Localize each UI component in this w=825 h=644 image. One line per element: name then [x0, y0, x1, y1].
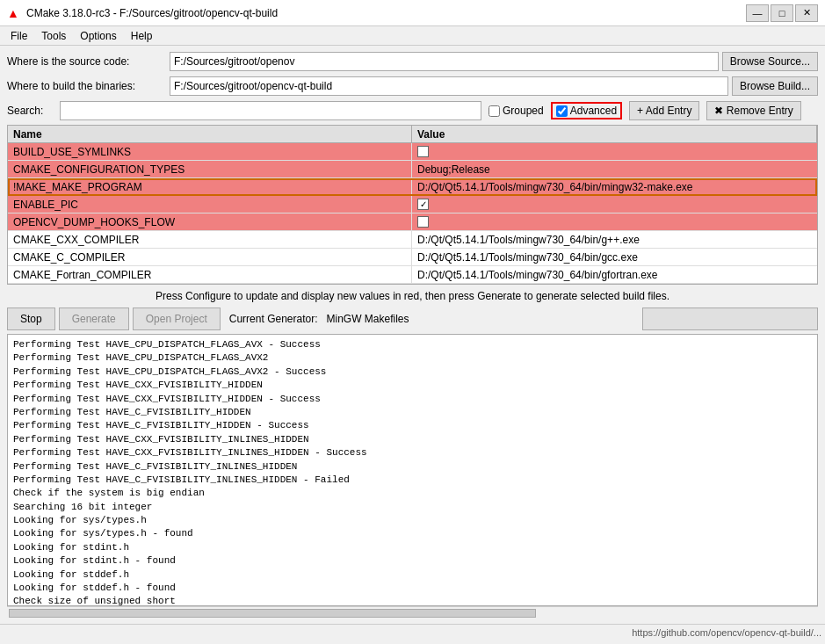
cmake-table: Name Value BUILD_USE_SYMLINKS CMAKE_CONF… — [7, 125, 818, 285]
advanced-checkbox[interactable] — [556, 105, 568, 117]
remove-entry-button[interactable]: ✖ Remove Entry — [706, 101, 800, 120]
log-line: Performing Test HAVE_C_FVISIBILITY_HIDDE… — [13, 419, 812, 432]
log-line: Performing Test HAVE_CXX_FVISIBILITY_INL… — [13, 446, 812, 459]
menu-tools[interactable]: Tools — [34, 28, 73, 44]
build-input[interactable] — [170, 76, 728, 96]
cell-name-6: CMAKE_C_COMPILER — [8, 249, 412, 265]
table-row[interactable]: BUILD_USE_SYMLINKS — [8, 143, 817, 161]
cell-value-7: D:/Qt/Qt5.14.1/Tools/mingw730_64/bin/gfo… — [412, 266, 817, 283]
status-message: Press Configure to update and display ne… — [7, 288, 818, 304]
log-line: Performing Test HAVE_CXX_FVISIBILITY_HID… — [13, 379, 812, 392]
log-line: Check size of unsigned short — [13, 595, 812, 606]
advanced-label: Advanced — [570, 105, 617, 117]
log-line: Performing Test HAVE_CXX_FVISIBILITY_HID… — [13, 393, 812, 406]
log-line: Searching 16 bit integer — [13, 501, 812, 514]
log-line: Looking for stdint.h - found — [13, 554, 812, 568]
button-row: Stop Generate Open Project Current Gener… — [7, 308, 818, 330]
log-line: Looking for sys/types.h — [13, 514, 812, 527]
col-value-header: Value — [412, 126, 817, 142]
search-row: Search: Grouped Advanced + Add Entry ✖ R… — [7, 100, 818, 121]
log-line: Performing Test HAVE_CPU_DISPATCH_FLAGS_… — [13, 351, 812, 365]
cell-value-0 — [412, 143, 817, 160]
cell-value-5: D:/Qt/Qt5.14.1/Tools/mingw730_64/bin/g++… — [412, 231, 817, 248]
log-line: Performing Test HAVE_CPU_DISPATCH_FLAGS_… — [13, 365, 812, 379]
status-bar: https://github.com/opencv/opencv-qt-buil… — [0, 624, 825, 640]
grouped-checkbox-label[interactable]: Grouped — [488, 105, 544, 117]
cell-name-7: CMAKE_Fortran_COMPILER — [8, 266, 412, 283]
table-row[interactable]: ENABLE_PIC ✓ — [8, 196, 817, 213]
table-row[interactable]: CMAKE_CXX_COMPILER D:/Qt/Qt5.14.1/Tools/… — [8, 231, 817, 249]
table-row[interactable]: !MAKE_MAKE_PROGRAM D:/Qt/Qt5.14.1/Tools/… — [8, 178, 817, 196]
col-name-header: Name — [8, 126, 412, 142]
add-entry-button[interactable]: + Add Entry — [629, 101, 699, 120]
title-bar: ▲ CMake 3.18.0-rc3 - F:/Sources/gitroot/… — [0, 0, 825, 26]
menu-options[interactable]: Options — [73, 28, 123, 44]
minimize-button[interactable]: — — [746, 4, 769, 22]
build-row: Where to build the binaries: Browse Buil… — [7, 76, 818, 97]
advanced-box: Advanced — [551, 102, 622, 119]
search-input[interactable] — [60, 101, 481, 120]
table-header: Name Value — [8, 126, 817, 143]
cell-name-2: !MAKE_MAKE_PROGRAM — [8, 178, 412, 195]
status-bar-text: https://github.com/opencv/opencv-qt-buil… — [4, 627, 821, 638]
log-line: Looking for sys/types.h - found — [13, 527, 812, 540]
checkbox-display-0 — [417, 146, 429, 157]
log-line: Performing Test HAVE_C_FVISIBILITY_INLIN… — [13, 460, 812, 474]
stop-button[interactable]: Stop — [7, 308, 55, 330]
cell-value-3: ✓ — [412, 196, 817, 213]
cell-value-6: D:/Qt/Qt5.14.1/Tools/mingw730_64/bin/gcc… — [412, 249, 817, 265]
main-content: Where is the source code: Browse Source.… — [0, 46, 825, 624]
search-label: Search: — [7, 105, 60, 117]
cell-name-4: OPENCV_DUMP_HOOKS_FLOW — [8, 213, 412, 230]
log-line: Looking for stdint.h — [13, 541, 812, 554]
table-row[interactable]: CMAKE_Fortran_COMPILER D:/Qt/Qt5.14.1/To… — [8, 266, 817, 284]
horizontal-scrollbar[interactable] — [7, 606, 818, 619]
source-input[interactable] — [170, 52, 719, 71]
search-options: Grouped Advanced + Add Entry ✖ Remove En… — [488, 101, 801, 120]
log-line: Check if the system is big endian — [13, 487, 812, 500]
log-line: Looking for stddef.h — [13, 568, 812, 582]
log-line: Looking for stddef.h - found — [13, 582, 812, 595]
cell-value-4 — [412, 213, 817, 230]
close-button[interactable]: ✕ — [795, 4, 818, 22]
scrollbar-thumb[interactable] — [9, 609, 536, 618]
cell-value-2: D:/Qt/Qt5.14.1/Tools/mingw730_64/bin/min… — [412, 178, 817, 195]
log-line: Performing Test HAVE_C_FVISIBILITY_HIDDE… — [13, 406, 812, 419]
open-project-button[interactable]: Open Project — [133, 308, 221, 330]
browse-source-button[interactable]: Browse Source... — [722, 52, 818, 71]
table-row[interactable]: CMAKE_C_COMPILER D:/Qt/Qt5.14.1/Tools/mi… — [8, 249, 817, 266]
build-label: Where to build the binaries: — [7, 80, 170, 92]
checkbox-display-4 — [417, 216, 429, 228]
advanced-checkbox-label[interactable]: Advanced — [556, 105, 617, 117]
log-line: Performing Test HAVE_CPU_DISPATCH_FLAGS_… — [13, 338, 812, 351]
window-controls: — □ ✕ — [746, 4, 818, 22]
checkbox-display-3: ✓ — [417, 199, 429, 210]
generate-button[interactable]: Generate — [59, 308, 129, 330]
source-row: Where is the source code: Browse Source.… — [7, 51, 818, 72]
app-icon: ▲ — [7, 6, 21, 20]
cell-name-5: CMAKE_CXX_COMPILER — [8, 231, 412, 248]
title-bar-title: CMake 3.18.0-rc3 - F:/Sources/gitroot/op… — [26, 7, 746, 19]
grouped-checkbox[interactable] — [488, 105, 500, 117]
grouped-label: Grouped — [503, 105, 544, 117]
cell-name-3: ENABLE_PIC — [8, 196, 412, 213]
cell-name-0: BUILD_USE_SYMLINKS — [8, 143, 412, 160]
log-line: Performing Test HAVE_C_FVISIBILITY_INLIN… — [13, 474, 812, 487]
table-row[interactable]: CMAKE_CONFIGURATION_TYPES Debug;Release — [8, 161, 817, 178]
menu-bar: File Tools Options Help — [0, 26, 825, 46]
log-line: Performing Test HAVE_CXX_FVISIBILITY_INL… — [13, 433, 812, 446]
browse-build-button[interactable]: Browse Build... — [732, 76, 818, 96]
generator-value: MinGW Makefiles — [327, 313, 409, 325]
menu-help[interactable]: Help — [124, 28, 160, 44]
cell-value-1: Debug;Release — [412, 161, 817, 177]
cell-name-1: CMAKE_CONFIGURATION_TYPES — [8, 161, 412, 177]
menu-file[interactable]: File — [4, 28, 34, 44]
table-row[interactable]: OPENCV_DUMP_HOOKS_FLOW — [8, 213, 817, 231]
generator-label: Current Generator: — [224, 313, 323, 325]
right-empty-area — [642, 308, 818, 330]
log-area[interactable]: Performing Test HAVE_CPU_DISPATCH_FLAGS_… — [7, 334, 818, 606]
restore-button[interactable]: □ — [771, 4, 793, 22]
source-label: Where is the source code: — [7, 55, 170, 68]
